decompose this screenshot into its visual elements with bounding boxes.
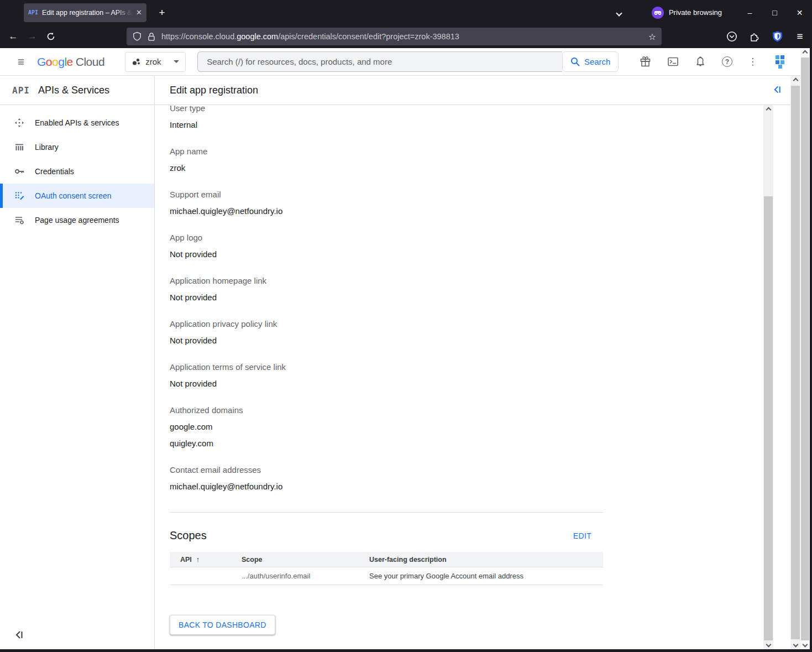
field-value: Not provided: [170, 335, 603, 346]
scroll-up-arrow[interactable]: [790, 76, 800, 85]
logo-letter: g: [58, 55, 64, 68]
private-browsing-label: Private browsing: [669, 8, 722, 17]
field-value: Not provided: [170, 378, 603, 389]
google-cloud-console: ≡ GoogleCloud zrok Search: [0, 48, 810, 649]
new-tab-button[interactable]: +: [154, 7, 170, 19]
scroll-down-arrow[interactable]: [763, 640, 773, 649]
sidebar-item-label: Page usage agreements: [35, 216, 119, 225]
url-domain: google.com: [237, 32, 278, 41]
sidebar-item-label: Credentials: [35, 167, 74, 176]
password-shield-icon[interactable]: [772, 31, 783, 42]
console-nav-menu-icon[interactable]: ≡: [14, 55, 28, 69]
console-scrollbar-thumb[interactable]: [791, 86, 800, 639]
cloud-shell-icon[interactable]: [667, 56, 679, 68]
gift-icon[interactable]: [639, 56, 651, 68]
sidebar-item-label: Enabled APIs & services: [35, 118, 119, 127]
url-prefix: https://console.cloud.: [161, 32, 237, 41]
sidebar-item-credentials[interactable]: Credentials: [0, 159, 154, 184]
bookmark-star-icon[interactable]: ☆: [648, 32, 656, 42]
column-header-description[interactable]: User-facing description: [369, 556, 603, 564]
field-homepage-link: Application homepage link Not provided: [170, 275, 603, 303]
sidebar-header: API APIs & Services: [0, 76, 154, 105]
scroll-down-arrow[interactable]: [800, 640, 810, 649]
field-terms-of-service-link: Application terms of service link Not pr…: [170, 362, 603, 389]
api-product-logo: API: [12, 85, 30, 96]
list-tabs-chevron-icon[interactable]: [611, 8, 627, 18]
cloud-search-input[interactable]: [197, 51, 562, 72]
scroll-up-arrow[interactable]: [800, 48, 810, 58]
navigation-toolbar: ← → https://console.cloud.google.com/api…: [0, 25, 812, 48]
field-app-name: App name zrok: [170, 146, 603, 174]
search-button[interactable]: Search: [562, 51, 619, 72]
edit-scopes-link[interactable]: EDIT: [573, 531, 603, 540]
pocket-icon[interactable]: [726, 31, 737, 42]
url-bar[interactable]: https://console.cloud.google.com/apis/cr…: [127, 28, 662, 45]
library-icon: [14, 142, 24, 152]
tab-bar: API Edit app registration – APIs & Serv …: [0, 0, 812, 25]
back-to-dashboard-button[interactable]: BACK TO DASHBOARD: [170, 615, 275, 635]
sidebar-item-oauth-consent[interactable]: OAuth consent screen: [0, 184, 154, 208]
field-value: google.com: [170, 421, 603, 432]
user-avatar[interactable]: [773, 55, 787, 69]
field-app-logo: App logo Not provided: [170, 232, 603, 260]
forward-button[interactable]: →: [23, 28, 41, 45]
sidebar-item-label: Library: [35, 143, 59, 152]
field-value: michael.quigley@netfoundry.io: [170, 481, 603, 492]
field-label: Support email: [170, 189, 603, 200]
extensions-puzzle-icon[interactable]: [749, 31, 760, 42]
sidebar-item-library[interactable]: Library: [0, 135, 154, 159]
lock-icon[interactable]: [147, 32, 156, 41]
column-label: API: [180, 556, 192, 564]
field-value: Not provided: [170, 249, 603, 260]
logo-letter: o: [52, 55, 58, 68]
search-bar: Search: [197, 51, 619, 72]
panel-collapse-button[interactable]: [773, 85, 782, 96]
window-edge: [810, 48, 812, 652]
sidebar-item-page-usage[interactable]: Page usage agreements: [0, 208, 154, 232]
tracking-shield-icon[interactable]: [132, 32, 142, 41]
field-support-email: Support email michael.quigley@netfoundry…: [170, 189, 603, 217]
main-panel: Edit app registration User type Internal: [155, 76, 790, 649]
sidebar-product-title: APIs & Services: [38, 85, 109, 96]
console-scrollbar[interactable]: [790, 76, 800, 649]
url-text[interactable]: https://console.cloud.google.com/apis/cr…: [161, 32, 644, 41]
oauth-consent-icon: [14, 191, 24, 201]
maximize-button[interactable]: □: [762, 0, 787, 25]
page-usage-icon: [14, 215, 24, 225]
logo-cloud-text: Cloud: [76, 55, 104, 68]
search-icon: [570, 57, 580, 66]
window-close-button[interactable]: ✕: [787, 0, 812, 25]
minimize-button[interactable]: –: [737, 0, 762, 25]
browser-scrollbar-thumb[interactable]: [801, 58, 809, 640]
back-button[interactable]: ←: [4, 28, 23, 45]
enabled-apis-icon: [14, 118, 24, 128]
field-value: zrok: [170, 163, 603, 174]
field-label: Contact email addresses: [170, 465, 603, 476]
help-icon[interactable]: ?: [722, 56, 732, 67]
reload-button[interactable]: [41, 28, 60, 45]
content-scrollbar-thumb[interactable]: [764, 196, 773, 640]
private-browsing-badge-icon: [652, 7, 664, 19]
section-divider: [170, 512, 603, 513]
app-menu-hamburger-icon[interactable]: ≡: [794, 31, 805, 42]
column-header-scope[interactable]: Scope: [242, 556, 369, 564]
scope-cell-description: See your primary Google Account email ad…: [369, 572, 603, 580]
sidebar-item-enabled-apis[interactable]: Enabled APIs & services: [0, 111, 154, 135]
tab-close-icon[interactable]: ✕: [136, 8, 142, 17]
field-label: User type: [170, 105, 603, 114]
logo-letter: G: [37, 55, 46, 68]
browser-tab[interactable]: API Edit app registration – APIs & Serv …: [24, 3, 146, 22]
more-options-icon[interactable]: ⋮: [748, 56, 757, 67]
column-header-api[interactable]: API↑: [170, 556, 242, 564]
browser-scrollbar[interactable]: [800, 48, 810, 649]
scroll-down-arrow[interactable]: [790, 640, 800, 649]
field-value: quigley.com: [170, 438, 603, 449]
notifications-bell-icon[interactable]: [694, 56, 706, 68]
google-cloud-logo[interactable]: GoogleCloud: [37, 55, 104, 69]
field-user-type: User type Internal: [170, 105, 603, 131]
content-scrollbar[interactable]: [763, 105, 773, 649]
project-selector[interactable]: zrok: [125, 52, 186, 72]
sidebar-collapse-button[interactable]: [14, 630, 24, 641]
scroll-up-arrow[interactable]: [763, 105, 773, 114]
field-label: Application terms of service link: [170, 362, 603, 373]
